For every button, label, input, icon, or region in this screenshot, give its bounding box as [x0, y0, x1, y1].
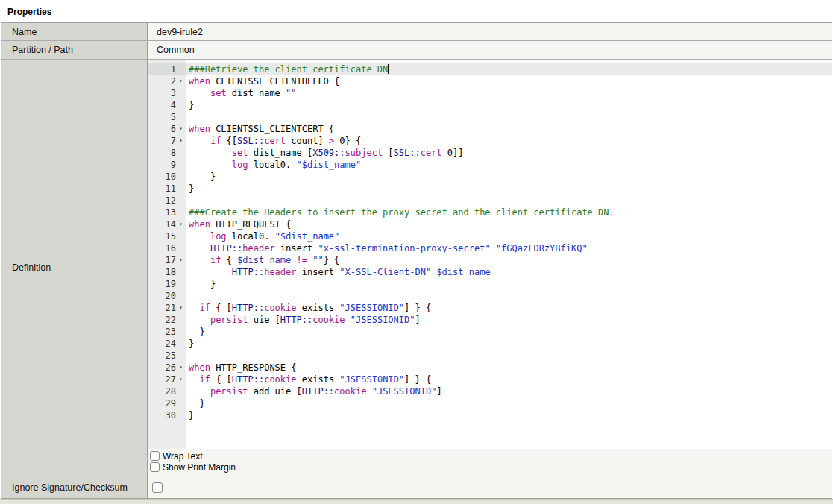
fold-toggle-icon[interactable]: ▾ — [176, 362, 186, 374]
wrap-text-option: Wrap Text — [150, 450, 832, 462]
fold-toggle-icon[interactable]: ▾ — [176, 254, 186, 266]
line-number: 22 — [148, 314, 176, 326]
line-number: 11 — [148, 183, 176, 195]
code-line[interactable]: 16 HTTP::header insert "x-ssl-terminatio… — [148, 242, 832, 254]
code-line[interactable]: 22 persist uie [HTTP::cookie "JSESSIONID… — [148, 314, 832, 326]
fold-spacer — [176, 266, 186, 278]
code-line[interactable]: 23 } — [148, 326, 832, 338]
code-line[interactable]: 29 } — [148, 397, 832, 409]
fold-spacer — [176, 63, 186, 75]
fold-spacer — [176, 326, 186, 338]
line-number: 19 — [148, 278, 176, 290]
code-line[interactable]: 6▾when CLIENTSSL_CLIENTCERT { — [148, 123, 832, 135]
fold-toggle-icon[interactable]: ▾ — [176, 218, 186, 230]
code-line[interactable]: 21▾ if { [HTTP::cookie exists "JSESSIONI… — [148, 302, 832, 314]
line-number: 28 — [148, 385, 176, 397]
code-line[interactable]: 1###Retrieve the client certificate DN — [148, 63, 832, 75]
partition-label: Partition / Path — [1, 41, 148, 59]
line-number: 27 — [148, 374, 176, 385]
fold-spacer — [176, 87, 186, 99]
code-line[interactable]: 17▾ if { $dist_name != ""} { — [148, 254, 832, 266]
line-number: 21 — [148, 302, 176, 314]
page: Properties Name dev9-irule2 Partition / … — [0, 0, 833, 504]
fold-toggle-icon[interactable]: ▾ — [176, 123, 186, 135]
code-text: log local0. "$dist_name" — [186, 159, 832, 171]
line-number: 29 — [148, 397, 176, 409]
code-text — [186, 195, 832, 207]
code-line[interactable]: 8 set dist_name [X509::subject [SSL::cer… — [148, 147, 832, 159]
properties-table: Name dev9-irule2 Partition / Path Common… — [1, 22, 832, 499]
fold-toggle-icon[interactable]: ▾ — [176, 135, 186, 147]
code-text: } — [186, 171, 832, 183]
code-line[interactable]: 24} — [148, 338, 832, 350]
fold-spacer — [176, 278, 186, 290]
code-line[interactable]: 26▾when HTTP_RESPONSE { — [148, 362, 832, 374]
code-text — [186, 350, 832, 362]
code-line[interactable]: 19 } — [148, 278, 832, 290]
name-label: Name — [1, 23, 148, 40]
code-text: when HTTP_REQUEST { — [186, 218, 832, 230]
code-text: persist add uie [HTTP::cookie "JSESSIONI… — [186, 385, 832, 397]
line-number: 17 — [148, 254, 176, 266]
code-text: HTTP::header insert "X-SSL-Client-DN" $d… — [186, 266, 832, 278]
code-line[interactable]: 4} — [148, 99, 832, 111]
fold-spacer — [176, 171, 186, 183]
name-row: Name dev9-irule2 — [1, 23, 832, 41]
line-number: 25 — [148, 350, 176, 362]
fold-spacer — [176, 385, 186, 397]
line-number: 30 — [148, 409, 176, 421]
code-text: if { [HTTP::cookie exists "JSESSIONID"] … — [186, 374, 832, 385]
editor-options: Wrap Text Show Print Margin — [148, 449, 832, 476]
code-text: } — [186, 99, 832, 111]
code-line[interactable]: 14▾when HTTP_REQUEST { — [148, 218, 832, 230]
line-number: 7 — [148, 135, 176, 147]
line-number: 16 — [148, 242, 176, 254]
line-number: 23 — [148, 326, 176, 338]
name-value: dev9-irule2 — [148, 23, 832, 40]
fold-spacer — [176, 99, 186, 111]
line-number: 5 — [148, 111, 176, 123]
code-line[interactable]: 25 — [148, 350, 832, 362]
show-print-margin-checkbox[interactable] — [150, 462, 160, 472]
text-cursor — [388, 64, 389, 74]
ignore-signature-checkbox[interactable] — [152, 482, 163, 493]
wrap-text-checkbox[interactable] — [150, 451, 160, 461]
code-line[interactable]: 13###Create the Headers to insert the pr… — [148, 207, 832, 218]
code-line[interactable]: 2▾when CLIENTSSL_CLIENTHELLO { — [148, 75, 832, 87]
ignore-signature-row: Ignore Signature/Checksum — [1, 476, 832, 498]
line-number: 20 — [148, 290, 176, 302]
code-line[interactable]: 12 — [148, 195, 832, 207]
code-line[interactable]: 18 HTTP::header insert "X-SSL-Client-DN"… — [148, 266, 832, 278]
fold-spacer — [176, 290, 186, 302]
code-line[interactable]: 9 log local0. "$dist_name" — [148, 159, 832, 171]
line-number: 8 — [148, 147, 176, 159]
definition-row: Definition 1###Retrieve the client certi… — [1, 60, 832, 476]
page-background-strip — [0, 499, 833, 504]
code-line[interactable]: 11} — [148, 183, 832, 195]
code-line[interactable]: 15 log local0. "$dist_name" — [148, 230, 832, 242]
code-line[interactable]: 7▾ if {[SSL::cert count] > 0} { — [148, 135, 832, 147]
code-line[interactable]: 28 persist add uie [HTTP::cookie "JSESSI… — [148, 385, 832, 397]
code-text: when CLIENTSSL_CLIENTCERT { — [186, 123, 832, 135]
code-line[interactable]: 3 set dist_name "" — [148, 87, 832, 99]
code-text: } — [186, 397, 832, 409]
code-line[interactable]: 30} — [148, 409, 832, 421]
code-text: } — [186, 338, 832, 350]
code-line[interactable]: 20 — [148, 290, 832, 302]
code-text: HTTP::header insert "x-ssl-termination-p… — [186, 242, 832, 254]
fold-toggle-icon[interactable]: ▾ — [176, 302, 186, 314]
code-text: set dist_name "" — [186, 87, 832, 99]
code-editor[interactable]: 1###Retrieve the client certificate DN2▾… — [148, 60, 832, 449]
fold-spacer — [176, 242, 186, 254]
fold-toggle-icon[interactable]: ▾ — [176, 374, 186, 385]
line-number: 24 — [148, 338, 176, 350]
fold-spacer — [176, 350, 186, 362]
code-text: ###Retrieve the client certificate DN — [186, 63, 832, 75]
code-line[interactable]: 5 — [148, 111, 832, 123]
code-line[interactable]: 10 } — [148, 171, 832, 183]
code-text: persist uie [HTTP::cookie "JSESSIONID"] — [186, 314, 832, 326]
code-line[interactable]: 27▾ if { [HTTP::cookie exists "JSESSIONI… — [148, 374, 832, 385]
partition-row: Partition / Path Common — [1, 41, 832, 60]
code-text: when HTTP_RESPONSE { — [186, 362, 832, 374]
fold-toggle-icon[interactable]: ▾ — [176, 75, 186, 87]
